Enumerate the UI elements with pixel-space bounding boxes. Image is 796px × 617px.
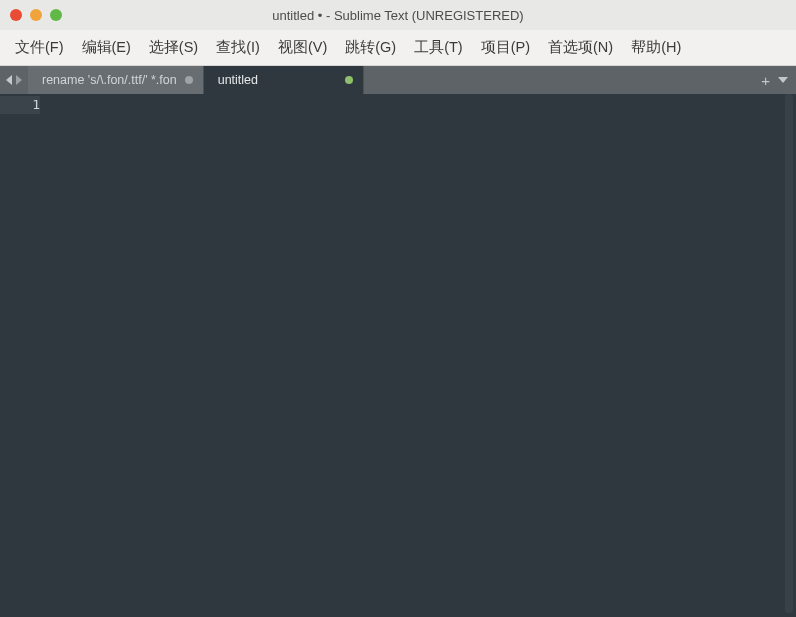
tab-label: untitled — [218, 73, 337, 87]
tab-label: rename 's/\.fon/.ttf/' *.fon — [42, 73, 177, 87]
window-controls — [10, 9, 62, 21]
minimize-window-button[interactable] — [30, 9, 42, 21]
tab-nav — [0, 66, 28, 94]
editor-area: 1 — [0, 94, 796, 617]
window-title: untitled • - Sublime Text (UNREGISTERED) — [0, 8, 796, 23]
menu-goto[interactable]: 跳转(G) — [336, 32, 405, 63]
tab-rename-fon[interactable]: rename 's/\.fon/.ttf/' *.fon — [28, 66, 204, 94]
tab-dirty-indicator-icon — [345, 76, 353, 84]
vertical-scrollbar[interactable] — [782, 94, 796, 613]
menu-prefs[interactable]: 首选项(N) — [539, 32, 622, 63]
menu-tools[interactable]: 工具(T) — [405, 32, 472, 63]
tab-history-back-icon[interactable] — [6, 75, 12, 85]
window-titlebar: untitled • - Sublime Text (UNREGISTERED) — [0, 0, 796, 30]
menu-select[interactable]: 选择(S) — [140, 32, 207, 63]
tab-history-forward-icon[interactable] — [16, 75, 22, 85]
line-number: 1 — [0, 96, 40, 114]
close-window-button[interactable] — [10, 9, 22, 21]
menu-bar: 文件(F) 编辑(E) 选择(S) 查找(I) 视图(V) 跳转(G) 工具(T… — [0, 30, 796, 66]
line-number-gutter: 1 — [0, 94, 54, 617]
code-editor[interactable] — [54, 94, 796, 617]
menu-file[interactable]: 文件(F) — [6, 32, 73, 63]
tab-list-dropdown-icon[interactable] — [778, 77, 788, 83]
menu-find[interactable]: 查找(I) — [207, 32, 269, 63]
new-tab-button[interactable]: + — [761, 73, 770, 88]
menu-help[interactable]: 帮助(H) — [622, 32, 690, 63]
tab-untitled[interactable]: untitled — [204, 66, 364, 94]
tab-actions: + — [761, 66, 796, 94]
menu-project[interactable]: 项目(P) — [472, 32, 539, 63]
tab-dirty-indicator-icon — [185, 76, 193, 84]
maximize-window-button[interactable] — [50, 9, 62, 21]
menu-edit[interactable]: 编辑(E) — [73, 32, 140, 63]
menu-view[interactable]: 视图(V) — [269, 32, 336, 63]
tab-strip: rename 's/\.fon/.ttf/' *.fon untitled + — [0, 66, 796, 94]
